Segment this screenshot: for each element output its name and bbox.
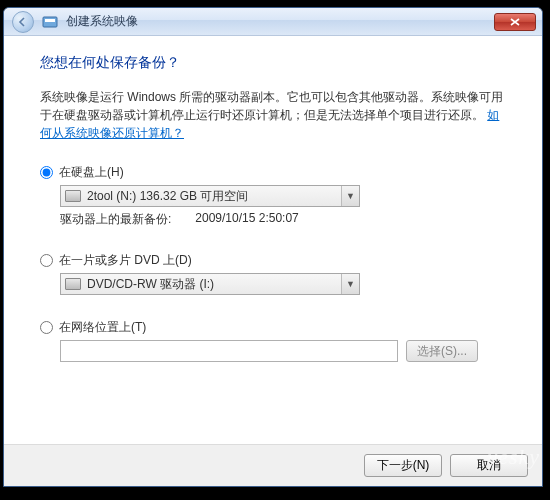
dvd-combo[interactable]: DVD/CD-RW 驱动器 (I:) ▼ — [60, 273, 360, 295]
description-text: 系统映像是运行 Windows 所需的驱动器副本。它也可以包含其他驱动器。系统映… — [40, 90, 503, 122]
option-network: 在网络位置上(T) 选择(S)... — [40, 319, 506, 362]
dvd-combo-text: DVD/CD-RW 驱动器 (I:) — [87, 276, 341, 293]
app-icon — [42, 14, 58, 30]
option-dvd: 在一片或多片 DVD 上(D) DVD/CD-RW 驱动器 (I:) ▼ — [40, 252, 506, 295]
chevron-down-icon: ▼ — [341, 186, 359, 206]
content-area: 您想在何处保存备份？ 系统映像是运行 Windows 所需的驱动器副本。它也可以… — [4, 36, 542, 444]
next-button[interactable]: 下一步(N) — [364, 454, 442, 477]
dvd-label: 在一片或多片 DVD 上(D) — [59, 252, 192, 269]
cancel-button[interactable]: 取消 — [450, 454, 528, 477]
close-button[interactable] — [494, 13, 536, 31]
option-hard-disk: 在硬盘上(H) 2tool (N:) 136.32 GB 可用空间 ▼ 驱动器上… — [40, 164, 506, 228]
hard-disk-combo[interactable]: 2tool (N:) 136.32 GB 可用空间 ▼ — [60, 185, 360, 207]
network-path-input[interactable] — [60, 340, 398, 362]
last-backup-row: 驱动器上的最新备份: 2009/10/15 2:50:07 — [60, 211, 506, 228]
drive-icon — [65, 190, 81, 202]
radio-network[interactable] — [40, 321, 53, 334]
browse-button[interactable]: 选择(S)... — [406, 340, 478, 362]
back-button[interactable] — [12, 11, 34, 33]
last-backup-value: 2009/10/15 2:50:07 — [195, 211, 298, 228]
footer: 下一步(N) 取消 — [4, 444, 542, 486]
radio-hard-disk[interactable] — [40, 166, 53, 179]
titlebar: 创建系统映像 — [4, 8, 542, 36]
description: 系统映像是运行 Windows 所需的驱动器副本。它也可以包含其他驱动器。系统映… — [40, 88, 506, 142]
network-label: 在网络位置上(T) — [59, 319, 146, 336]
hard-disk-label: 在硬盘上(H) — [59, 164, 124, 181]
page-heading: 您想在何处保存备份？ — [40, 54, 506, 72]
wizard-window: 创建系统映像 您想在何处保存备份？ 系统映像是运行 Windows 所需的驱动器… — [3, 7, 543, 487]
disc-icon — [65, 278, 81, 290]
radio-dvd[interactable] — [40, 254, 53, 267]
svg-rect-1 — [45, 19, 55, 22]
chevron-down-icon: ▼ — [341, 274, 359, 294]
hard-disk-combo-text: 2tool (N:) 136.32 GB 可用空间 — [87, 188, 341, 205]
window-title: 创建系统映像 — [66, 13, 486, 30]
last-backup-label: 驱动器上的最新备份: — [60, 211, 171, 228]
